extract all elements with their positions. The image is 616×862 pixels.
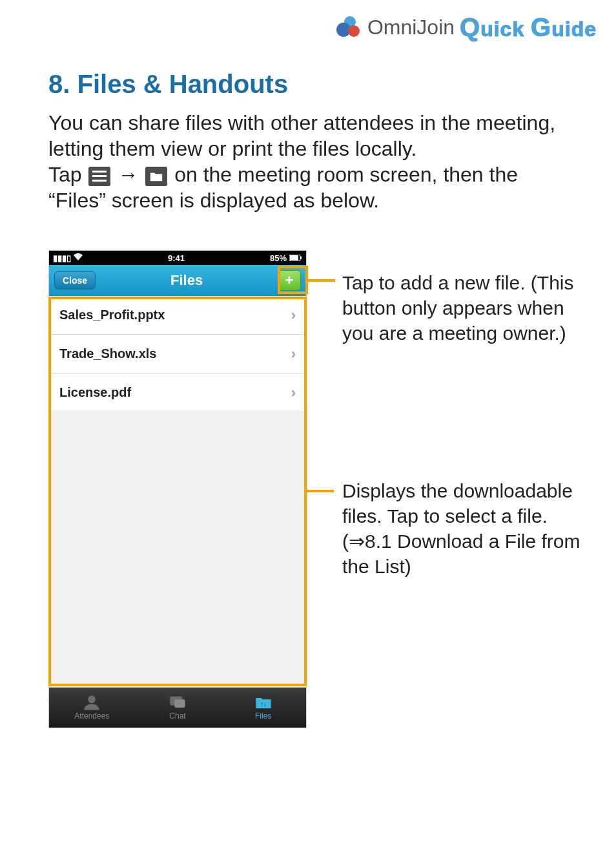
chevron-right-icon: › (291, 307, 296, 324)
header-logo: OmniJoin Quick Guide (334, 13, 597, 42)
tab-chat[interactable]: Chat (135, 688, 221, 728)
phone-screenshot: ▮▮▮▯ 9:41 85% Close Files + Sales_Profit… (48, 250, 307, 728)
status-battery: 85% (270, 253, 287, 263)
file-name: Sales_Profit.pptx (59, 308, 165, 322)
folder-icon: ↑↓ (254, 695, 272, 710)
file-name: Trade_Show.xls (59, 346, 156, 361)
status-time: 9:41 (168, 253, 185, 263)
wifi-icon (74, 253, 83, 263)
svg-rect-1 (290, 255, 298, 260)
omnijoin-logo-icon (334, 14, 362, 42)
nav-bar: Close Files + (49, 265, 306, 296)
callout-connector (307, 490, 334, 492)
tab-label: Chat (169, 711, 185, 720)
file-name: License.pdf (59, 385, 131, 400)
chevron-right-icon: › (291, 346, 296, 363)
tab-label: Attendees (74, 711, 109, 720)
file-row[interactable]: Sales_Profit.pptx › (49, 296, 306, 335)
status-bar: ▮▮▮▯ 9:41 85% (49, 251, 306, 265)
chevron-right-icon: › (291, 384, 296, 401)
tab-attendees[interactable]: Attendees (49, 688, 135, 728)
nav-title: Files (170, 272, 203, 289)
guide-label: Quick Guide (460, 13, 597, 42)
intro-text: You can share files with other attendees… (48, 111, 555, 160)
svg-rect-5 (174, 699, 185, 708)
brand-name: OmniJoin (367, 16, 455, 39)
menu-icon (88, 167, 110, 186)
svg-point-3 (88, 696, 96, 704)
tab-label: Files (255, 711, 271, 720)
callout-add: Tap to add a new file. (This button only… (342, 270, 581, 346)
close-button[interactable]: Close (54, 271, 96, 289)
file-row[interactable]: License.pdf › (49, 373, 306, 412)
callout-connector (308, 279, 335, 282)
svg-text:↑↓: ↑↓ (260, 700, 267, 708)
tab-files[interactable]: ↑↓ Files (220, 688, 306, 728)
svg-rect-2 (300, 257, 302, 259)
file-row[interactable]: Trade_Show.xls › (49, 335, 306, 373)
files-icon (145, 167, 167, 186)
file-list: Sales_Profit.pptx › Trade_Show.xls › Lic… (49, 296, 306, 412)
section-title: 8. Files & Handouts (48, 70, 288, 99)
tab-bar: Attendees Chat ↑↓ Files (49, 688, 306, 728)
section-body: You can share files with other attendees… (48, 110, 565, 213)
callout-list: Displays the downloadable files. Tap to … (342, 478, 581, 579)
tap-prefix: Tap (48, 163, 87, 186)
person-icon (83, 695, 101, 710)
signal-icon: ▮▮▮▯ (53, 253, 71, 263)
tap-arrow: → (118, 163, 144, 186)
chat-icon (169, 695, 187, 710)
battery-icon (289, 253, 302, 263)
add-button[interactable]: + (278, 270, 301, 291)
